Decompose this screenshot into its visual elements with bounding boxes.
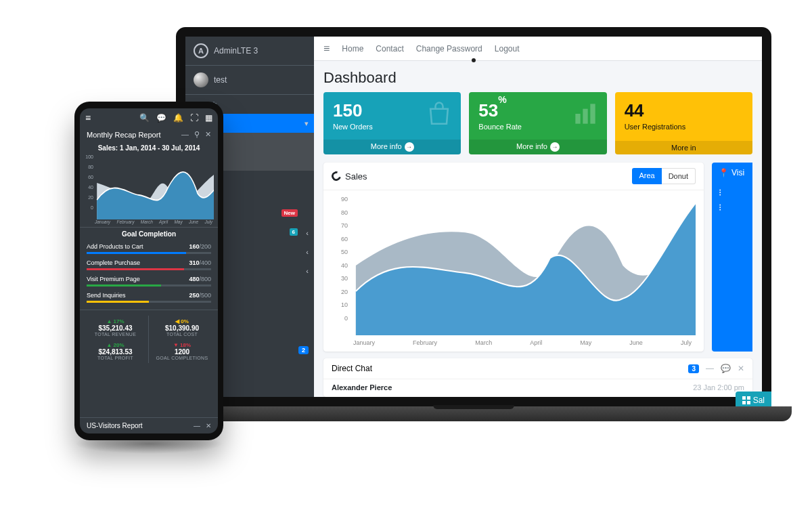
arrow-right-icon: → <box>405 142 414 152</box>
minus-icon[interactable]: — <box>706 364 714 373</box>
laptop-screen: A AdminLTE 3 test Search ▾ New 6‹ ‹ ‹ 2 … <box>176 27 771 406</box>
brand-row[interactable]: A AdminLTE 3 <box>185 37 314 66</box>
stat-revenue: ▲ 17% $35,210.43 TOTAL REVENUE <box>83 316 149 339</box>
phone-x-axis: JanuaryFebruaryMarchAprilMayJuneJuly <box>80 219 218 227</box>
goals-list: Add Products to Cart160/200Complete Purc… <box>80 242 218 307</box>
area-button[interactable]: Area <box>632 168 661 184</box>
grid-icon <box>742 396 750 404</box>
svg-rect-0 <box>575 114 580 124</box>
sales-card-header: Sales Area Donut <box>323 163 704 190</box>
user-avatar-icon <box>194 72 208 87</box>
chat-timestamp: 23 Jan 2:00 pm <box>693 383 744 391</box>
page-title: Dashboard <box>314 61 762 92</box>
more-info-link[interactable]: More info→ <box>469 140 606 154</box>
visitors-title: Visi <box>731 168 744 177</box>
delta-down-icon: ▼ 18% <box>150 342 214 348</box>
chat-title: Direct Chat <box>332 364 372 373</box>
nav-contact[interactable]: Contact <box>376 44 403 54</box>
svg-rect-2 <box>590 104 595 123</box>
grid-icon[interactable]: ▦ <box>205 113 212 123</box>
laptop-camera-dot <box>472 58 476 62</box>
main-content: ≡ Home Contact Change Password Logout Da… <box>314 37 762 397</box>
sales-chart: 9080706050403020100 <box>323 190 704 337</box>
phone-y-axis: 100806040200 <box>83 154 93 210</box>
search-icon[interactable]: 🔍 <box>139 113 150 123</box>
chart-toggle-group: Area Donut <box>632 168 696 184</box>
stat-label: User Registrations <box>625 123 743 131</box>
goal-item: Complete Purchase310/400 <box>80 258 218 274</box>
donut-button[interactable]: Donut <box>662 168 696 184</box>
footer-title: US-Visitors Report <box>87 422 143 429</box>
stat-new-orders[interactable]: 150 New Orders More info→ <box>323 92 461 154</box>
hamburger-icon[interactable]: ≡ <box>323 43 330 55</box>
more-info-link[interactable]: More info→ <box>323 140 461 154</box>
expand-icon[interactable]: ⛶ <box>190 113 198 123</box>
nav-home[interactable]: Home <box>342 44 363 54</box>
comments-icon[interactable]: 💬 <box>156 113 166 123</box>
stat-profit: ▲ 20% $24,813.53 TOTAL PROFIT <box>83 339 149 363</box>
direct-chat-card: Direct Chat 3 — 💬 ✕ Alexander Pierce 23 … <box>323 358 752 397</box>
chevron-down-icon: ▾ <box>304 119 309 128</box>
pin-icon: 📍 <box>719 168 729 177</box>
phone-chart-subtitle: Sales: 1 Jan, 2014 - 30 Jul, 2014 <box>80 143 218 154</box>
nav-change-password[interactable]: Change Password <box>416 44 482 54</box>
barchart-icon <box>570 99 600 135</box>
sales-calendar-tab[interactable]: Sal <box>736 391 771 406</box>
stat-row: 150 New Orders More info→ 53% Bounce Rat… <box>314 92 762 154</box>
close-icon[interactable]: ✕ <box>738 364 744 373</box>
badge-count: 6 <box>290 228 298 236</box>
minus-icon[interactable]: — <box>181 130 189 139</box>
phone-topbar: ≡ 🔍 💬 🔔 ⛶ ▦ <box>80 108 218 127</box>
sales-card: Sales Area Donut 9080706050403020100 <box>323 163 704 352</box>
phone-device: ≡ 🔍 💬 🔔 ⛶ ▦ Monthly Recap Report — ⚲ ✕ S… <box>74 102 223 440</box>
chevron-left-icon: ‹ <box>306 267 309 275</box>
user-name: test <box>214 75 227 85</box>
more-info-link[interactable]: More in <box>615 141 752 154</box>
brand-text: AdminLTE 3 <box>214 46 258 56</box>
goal-label: Visit Premium Page <box>87 276 140 282</box>
badge-count: 2 <box>298 346 309 354</box>
goal-label: Send Inquiries <box>87 292 126 299</box>
delta-flat-icon: ◀ 0% <box>150 318 214 324</box>
stat-user-registrations[interactable]: 44 User Registrations More in <box>615 92 752 154</box>
goal-item: Visit Premium Page480/800 <box>80 274 218 291</box>
bell-icon[interactable]: 🔔 <box>173 113 183 123</box>
delta-up-icon: ▲ 17% <box>84 318 147 324</box>
badge-new: New <box>281 209 298 217</box>
goal-label: Complete Purchase <box>87 259 140 266</box>
stat-cost: ◀ 0% $10,390.90 TOTAL COST <box>149 316 215 339</box>
goal-item: Send Inquiries250/500 <box>80 291 218 307</box>
sales-x-axis: JanuaryFebruaryMarchAprilMayJuneJuly <box>323 337 704 352</box>
phone-title: Monthly Recap Report <box>87 131 160 139</box>
goal-item: Add Products to Cart160/200 <box>80 242 218 258</box>
phone-screen: ≡ 🔍 💬 🔔 ⛶ ▦ Monthly Recap Report — ⚲ ✕ S… <box>80 108 218 433</box>
tool-icon[interactable]: ⚲ <box>194 130 200 139</box>
nav-logout[interactable]: Logout <box>495 44 520 54</box>
chat-badge: 3 <box>688 364 699 373</box>
piechart-icon <box>330 169 342 182</box>
sales-y-axis: 9080706050403020100 <box>332 196 348 322</box>
close-icon[interactable]: ✕ <box>205 130 211 139</box>
phone-chart: 100806040200 <box>80 154 218 219</box>
stat-goals: ▼ 18% 1200 GOAL COMPLETIONS <box>149 339 215 363</box>
svg-rect-1 <box>583 109 587 124</box>
goal-label: Add Products to Cart <box>87 243 143 250</box>
close-icon[interactable]: ✕ <box>206 422 211 429</box>
hamburger-icon[interactable]: ≡ <box>85 112 91 123</box>
panel-row: Sales Area Donut 9080706050403020100 <box>314 154 762 352</box>
user-row[interactable]: test <box>185 66 314 95</box>
comments-icon[interactable]: 💬 <box>721 364 731 373</box>
minus-icon[interactable]: — <box>194 422 200 429</box>
chat-sender-name: Alexander Pierce <box>332 383 392 391</box>
sales-title: Sales <box>345 171 367 182</box>
stat-value: 44 <box>625 100 743 121</box>
bag-icon <box>424 99 454 135</box>
stat-bounce-rate[interactable]: 53% Bounce Rate More info→ <box>469 92 606 154</box>
visitors-card[interactable]: 📍Visi ⁝ ⁝ <box>712 163 752 352</box>
phone-footer-card: US-Visitors Report —✕ <box>80 417 218 433</box>
laptop-base <box>156 406 792 421</box>
goal-header: Goal Completion <box>80 227 218 242</box>
chevron-left-icon: ‹ <box>306 229 309 237</box>
delta-up-icon: ▲ 20% <box>84 342 147 348</box>
chevron-left-icon: ‹ <box>306 248 309 256</box>
